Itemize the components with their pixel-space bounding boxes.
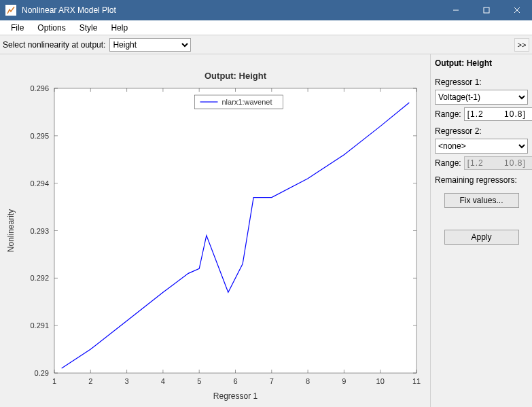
menu-file[interactable]: File: [4, 22, 31, 34]
svg-text:Regressor 1: Regressor 1: [213, 391, 258, 401]
maximize-button[interactable]: [471, 0, 501, 20]
regressor1-select[interactable]: Voltage(t-1): [435, 90, 528, 105]
menu-options[interactable]: Options: [31, 22, 72, 34]
remaining-regressors-label: Remaining regressors:: [435, 170, 528, 188]
svg-text:3: 3: [125, 377, 129, 385]
svg-text:Output: Height: Output: Height: [205, 71, 267, 81]
svg-text:0.29: 0.29: [35, 369, 49, 377]
window-title: Nonlinear ARX Model Plot: [22, 5, 440, 15]
svg-text:0.296: 0.296: [30, 84, 49, 92]
svg-text:7: 7: [270, 377, 274, 385]
regressor2-label: Regressor 2:: [435, 121, 528, 139]
svg-text:nlarx1:wavenet: nlarx1:wavenet: [222, 98, 272, 106]
side-panel: Output: Height Regressor 1: Voltage(t-1)…: [430, 54, 532, 407]
svg-text:0.293: 0.293: [30, 227, 49, 235]
body-area: 12345678910110.290.2910.2920.2930.2940.2…: [0, 54, 532, 407]
svg-rect-4: [54, 88, 416, 373]
toolbar: Select nonlinearity at output: Height >>: [0, 35, 532, 54]
expand-button[interactable]: >>: [514, 38, 529, 52]
plot-area[interactable]: 12345678910110.290.2910.2920.2930.2940.2…: [0, 54, 430, 407]
svg-text:0.294: 0.294: [30, 179, 49, 188]
menu-style[interactable]: Style: [73, 22, 105, 34]
svg-text:2: 2: [88, 377, 92, 385]
close-button[interactable]: [501, 0, 532, 20]
regressor1-label: Regressor 1:: [435, 72, 528, 90]
regressor2-select[interactable]: <none>: [435, 139, 528, 154]
chart: 12345678910110.290.2910.2920.2930.2940.2…: [0, 54, 430, 407]
svg-text:5: 5: [197, 377, 201, 385]
regressor1-range-input[interactable]: [464, 107, 532, 121]
side-panel-title: Output: Height: [435, 57, 528, 72]
svg-text:9: 9: [342, 377, 346, 385]
svg-text:0.295: 0.295: [30, 132, 49, 140]
output-select-label: Select nonlinearity at output:: [3, 40, 105, 50]
regressor2-range-input: [464, 156, 532, 170]
svg-text:0.291: 0.291: [30, 321, 49, 330]
svg-text:1: 1: [52, 377, 56, 385]
minimize-button[interactable]: [440, 0, 471, 20]
svg-text:11: 11: [412, 377, 421, 385]
apply-button[interactable]: Apply: [444, 230, 519, 245]
svg-text:4: 4: [161, 377, 165, 385]
app-icon: [5, 5, 16, 16]
svg-rect-1: [484, 7, 489, 13]
output-select[interactable]: Height: [109, 38, 191, 52]
menubar: File Options Style Help: [0, 20, 532, 35]
svg-text:10: 10: [376, 377, 385, 385]
titlebar: Nonlinear ARX Model Plot: [0, 0, 532, 20]
svg-text:8: 8: [306, 377, 310, 385]
svg-text:6: 6: [233, 377, 237, 385]
regressor1-range-label: Range:: [435, 109, 461, 119]
svg-text:0.292: 0.292: [30, 274, 49, 282]
regressor2-range-label: Range:: [435, 158, 461, 168]
menu-help[interactable]: Help: [104, 22, 135, 34]
svg-text:Nonlinearity: Nonlinearity: [6, 209, 16, 252]
fix-values-button[interactable]: Fix values...: [444, 193, 519, 208]
